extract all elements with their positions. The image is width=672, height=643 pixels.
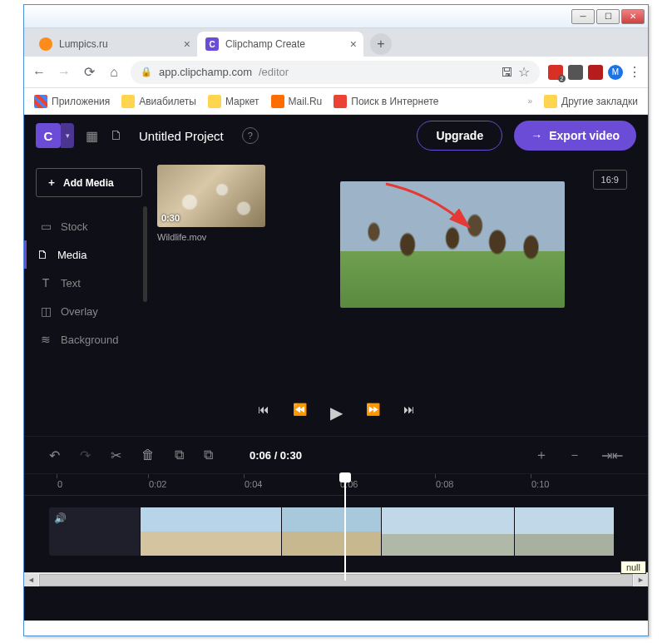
timeline-clip[interactable] [141, 507, 282, 556]
flights-bookmark[interactable]: Авиабилеты [121, 95, 196, 108]
apps-icon [34, 95, 47, 108]
tab-label: Lumpics.ru [59, 38, 108, 50]
export-button[interactable]: →Export video [514, 121, 636, 151]
rewind-icon[interactable]: ⏪ [293, 403, 307, 423]
scrollbar-thumb[interactable] [39, 574, 633, 586]
favicon-icon: C [205, 37, 219, 51]
url-actions: 🖫 ☆ [501, 64, 530, 80]
timeline-ruler[interactable]: 0 0:02 0:04 0:06 0:08 0:10 [24, 474, 648, 496]
text-icon: T [39, 276, 52, 289]
more-bookmarks[interactable]: » [527, 96, 532, 106]
media-panel: 0:30 Wildlife.mov 16:9 [149, 156, 648, 389]
video-preview[interactable] [340, 181, 565, 308]
zoom-in-button[interactable]: ＋ [535, 447, 548, 464]
tab-label: Clipchamp Create [225, 38, 305, 50]
zoom-out-button[interactable]: － [568, 447, 581, 464]
aspect-ratio-button[interactable]: 16:9 [593, 170, 627, 190]
sidebar-item-stock[interactable]: ▭Stock [36, 212, 142, 240]
add-media-button[interactable]: ＋Add Media [36, 168, 142, 197]
fit-button[interactable]: ⇥⇤ [601, 448, 623, 463]
film-icon[interactable]: ▦ [86, 128, 98, 144]
menu-icon[interactable]: ⋮ [628, 64, 641, 80]
sidebar: ＋Add Media ▭Stock 🗋Media TText ◫Overlay … [24, 156, 149, 389]
skip-end-icon[interactable]: ⏭ [403, 403, 415, 423]
app-logo[interactable]: C [36, 123, 61, 148]
browser-window: ─ ☐ ✕ Lumpics.ru × C Clipchamp Create × … [23, 4, 649, 636]
extension-icon[interactable] [568, 65, 583, 80]
translate-icon[interactable]: 🖫 [501, 65, 513, 79]
new-tab-button[interactable]: + [370, 33, 392, 55]
maximize-button[interactable]: ☐ [596, 9, 620, 24]
arrow-right-icon: → [531, 129, 542, 142]
stock-icon: ▭ [39, 220, 52, 233]
timeline[interactable]: 🔊 null [24, 496, 648, 572]
ruler-tick: 0:02 [149, 479, 166, 489]
url-path: /editor [259, 66, 289, 78]
close-tab-icon[interactable]: × [184, 37, 190, 51]
sidebar-item-background[interactable]: ≋Background [36, 325, 142, 354]
url-field[interactable]: 🔒 app.clipchamp.com/editor 🖫 ☆ [131, 61, 540, 84]
undo-button[interactable]: ↶ [49, 448, 60, 463]
sidebar-item-overlay[interactable]: ◫Overlay [36, 297, 142, 325]
sidebar-item-text[interactable]: TText [36, 269, 142, 297]
plane-icon [121, 95, 135, 108]
close-tab-icon[interactable]: × [350, 37, 357, 51]
media-thumbnail[interactable]: 0:30 [157, 165, 265, 227]
file-icon[interactable]: 🗋 [110, 128, 123, 143]
pdf-icon[interactable] [588, 65, 603, 80]
horizontal-scrollbar[interactable]: ◄ ► [24, 572, 648, 586]
timeline-clip[interactable] [382, 507, 515, 556]
video-track[interactable]: 🔊 [49, 507, 623, 556]
back-button[interactable]: ← [31, 64, 47, 81]
scroll-right-icon[interactable]: ► [634, 574, 648, 586]
tab-strip: Lumpics.ru × C Clipchamp Create × + [24, 28, 648, 57]
paste-button[interactable]: ⧉ [204, 448, 213, 462]
search-bookmark[interactable]: Поиск в Интернете [334, 95, 438, 108]
overlay-icon: ◫ [39, 304, 52, 318]
sidebar-label: Text [61, 277, 81, 289]
export-label: Export video [549, 129, 620, 142]
logo-dropdown[interactable]: ▾ [61, 123, 74, 148]
skip-start-icon[interactable]: ⏮ [258, 403, 269, 423]
other-bookmarks[interactable]: Другие закладки [544, 95, 638, 108]
market-bookmark[interactable]: Маркет [208, 95, 259, 108]
sidebar-item-media[interactable]: 🗋Media [24, 240, 142, 269]
main-content: ＋Add Media ▭Stock 🗋Media TText ◫Overlay … [24, 156, 648, 389]
help-icon[interactable]: ? [242, 127, 259, 144]
mail-icon [271, 95, 284, 108]
sidebar-scrollbar[interactable] [143, 206, 147, 302]
ruler-tick: 0:08 [436, 479, 453, 489]
project-title[interactable]: Untitled Project [139, 129, 224, 143]
play-button[interactable]: ▶ [330, 403, 343, 423]
url-host: app.clipchamp.com [159, 66, 252, 78]
tab-clipchamp[interactable]: C Clipchamp Create × [197, 32, 363, 57]
forward-icon[interactable]: ⏩ [366, 403, 380, 423]
layers-icon: ≋ [39, 333, 52, 346]
delete-button[interactable]: 🗑 [141, 448, 155, 462]
scroll-left-icon[interactable]: ◄ [24, 574, 38, 586]
audio-indicator[interactable]: 🔊 [49, 507, 141, 556]
mail-bookmark[interactable]: Mail.Ru [271, 95, 323, 108]
bookmark-star-icon[interactable]: ☆ [518, 64, 530, 80]
window-close-button[interactable]: ✕ [621, 9, 645, 24]
timeline-clip[interactable] [282, 507, 382, 556]
adblock-icon[interactable] [548, 65, 563, 80]
playhead[interactable] [344, 474, 346, 581]
apps-bookmark[interactable]: Приложения [34, 95, 110, 108]
forward-button[interactable]: → [56, 64, 72, 81]
extensions: M ⋮ [548, 64, 641, 80]
address-bar: ← → ⟳ ⌂ 🔒 app.clipchamp.com/editor 🖫 ☆ M… [24, 57, 648, 88]
sidebar-label: Media [57, 249, 86, 261]
copy-button[interactable]: ⧉ [175, 448, 184, 462]
reload-button[interactable]: ⟳ [81, 64, 97, 81]
minimize-button[interactable]: ─ [571, 9, 595, 24]
redo-button[interactable]: ↷ [80, 448, 91, 463]
timeline-clip[interactable] [515, 507, 615, 556]
cut-button[interactable]: ✂ [111, 448, 121, 463]
tab-lumpics[interactable]: Lumpics.ru × [31, 32, 197, 57]
upgrade-button[interactable]: Upgrade [417, 121, 502, 151]
profile-avatar[interactable]: M [608, 65, 623, 80]
home-button[interactable]: ⌂ [106, 64, 122, 81]
ruler-tick: 0 [57, 479, 62, 489]
sidebar-label: Overlay [61, 305, 98, 318]
